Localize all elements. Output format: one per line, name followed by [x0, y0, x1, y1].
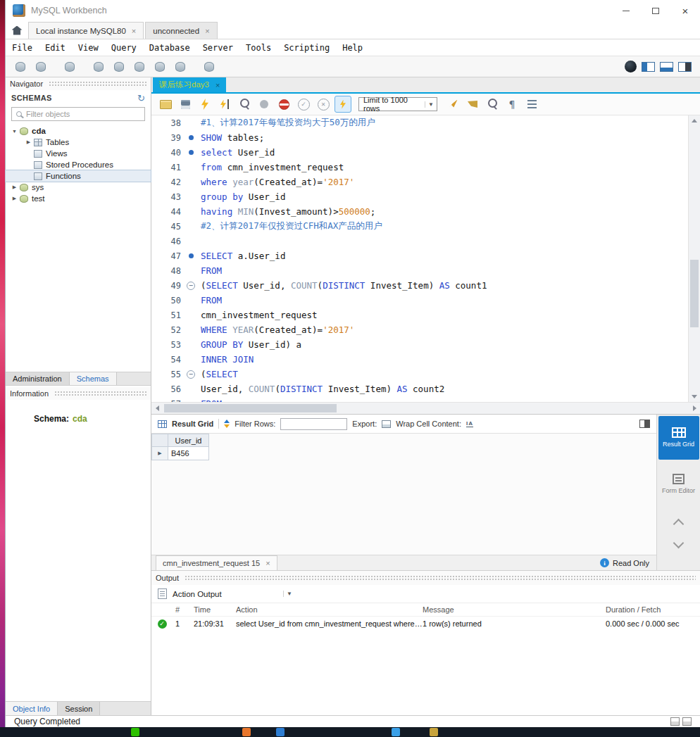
code-line[interactable]: 49−(SELECT User_id, COUNT(DISTINCT Inves… — [151, 278, 688, 293]
open-script-icon[interactable] — [157, 96, 174, 113]
execute-current-icon[interactable] — [216, 96, 233, 113]
connection-tab-unconnected[interactable]: unconnected× — [145, 22, 217, 39]
expand-arrow-icon[interactable]: ▶ — [24, 139, 33, 145]
chevron-up-icon[interactable] — [673, 519, 685, 530]
code-line[interactable]: 55−(SELECT — [151, 367, 688, 382]
result-table-row[interactable]: ▶B456 — [151, 447, 656, 460]
fold-icon[interactable]: − — [187, 282, 195, 290]
minimize-button[interactable] — [611, 0, 641, 21]
menu-item-tools[interactable]: Tools — [239, 43, 277, 53]
side-form-editor-button[interactable]: Form Editor — [658, 462, 699, 506]
tree-item-stored-procedures[interactable]: Stored Procedures — [6, 159, 151, 170]
log-view-icon[interactable] — [682, 717, 692, 726]
filter-objects-input[interactable]: Filter objects — [11, 107, 145, 121]
tree-item-test[interactable]: ▶test — [6, 193, 151, 204]
code-line[interactable]: 44having MIN(Invest_amount)>500000; — [151, 204, 688, 219]
taskbar-blue-app-icon[interactable] — [276, 728, 285, 736]
autocommit-icon[interactable] — [335, 96, 351, 113]
refresh-schemas-icon[interactable] — [137, 94, 145, 103]
tree-item-functions[interactable]: Functions — [6, 170, 151, 182]
tab-schemas[interactable]: Schemas — [70, 372, 117, 385]
scroll-left-button[interactable] — [151, 405, 163, 411]
clean-icon[interactable] — [464, 96, 481, 113]
code-line[interactable]: 56User_id, COUNT(DISTINCT Invest_Item) A… — [151, 382, 688, 396]
code-line[interactable]: 52WHERE YEAR(Created_at)='2017' — [151, 322, 688, 337]
close-icon[interactable]: × — [132, 27, 136, 35]
row-marker[interactable]: ▶ — [151, 447, 168, 460]
taskbar-green-app-icon[interactable] — [131, 728, 139, 736]
scroll-right-button[interactable] — [689, 405, 700, 411]
toggle-stop-on-error-icon[interactable] — [275, 96, 292, 113]
create-view-button[interactable] — [130, 58, 149, 75]
editor-vertical-scrollbar[interactable] — [688, 115, 700, 402]
tab-administration[interactable]: Administration — [6, 372, 70, 385]
save-script-icon[interactable] — [177, 96, 194, 113]
open-sql-script-button[interactable] — [32, 58, 50, 75]
maximize-button[interactable] — [641, 0, 670, 21]
code-line[interactable]: 51cmn_investment_request — [151, 308, 688, 322]
find-icon[interactable] — [484, 96, 501, 113]
output-view-icon[interactable] — [670, 717, 680, 726]
code-line[interactable]: 39SHOW tables; — [151, 130, 688, 145]
collapse-arrow-icon[interactable]: ▼ — [10, 129, 19, 134]
code-line[interactable]: 48FROM — [151, 263, 688, 278]
create-procedure-button[interactable] — [151, 58, 169, 75]
tab-object-info[interactable]: Object Info — [6, 702, 58, 715]
donation-icon[interactable] — [625, 61, 637, 73]
code-line[interactable]: 40select User_id — [151, 145, 688, 160]
connection-tab-local-instance-mysql80[interactable]: Local instance MySQL80× — [28, 22, 144, 39]
home-button[interactable] — [6, 22, 28, 39]
close-icon[interactable]: × — [265, 559, 270, 567]
inspector-button[interactable] — [61, 58, 79, 75]
editor-horizontal-scrollbar[interactable] — [151, 402, 700, 414]
commit-icon[interactable] — [295, 96, 312, 113]
vertical-scrollbar-thumb[interactable] — [690, 260, 699, 327]
toggle-left-panel-icon[interactable] — [642, 62, 655, 72]
expand-arrow-icon[interactable]: ▶ — [10, 196, 19, 201]
result-table-corner-cell[interactable] — [151, 434, 168, 447]
horizontal-scrollbar-thumb[interactable] — [164, 404, 337, 412]
menu-item-edit[interactable]: Edit — [39, 43, 72, 53]
menu-item-file[interactable]: File — [6, 43, 39, 53]
result-tab[interactable]: cmn_investment_request 15 × — [156, 555, 277, 570]
scroll-up-button[interactable] — [689, 115, 700, 126]
rollback-icon[interactable] — [315, 96, 332, 113]
code-line[interactable]: 46 — [151, 234, 688, 248]
output-row[interactable]: ✓121:09:31select User_id from cmn_invest… — [151, 617, 700, 631]
code-line[interactable]: 50FROM — [151, 293, 688, 308]
taskbar-orange-app-icon[interactable] — [242, 728, 251, 736]
wrap-content-icon[interactable]: IA — [466, 420, 473, 427]
expand-arrow-icon[interactable]: ▶ — [10, 184, 19, 190]
invisibles-icon[interactable] — [504, 96, 520, 113]
close-icon[interactable]: × — [215, 81, 220, 89]
menu-item-database[interactable]: Database — [143, 43, 196, 53]
code-line[interactable]: 57FROM — [151, 396, 688, 402]
horizontal-scrollbar-track[interactable] — [163, 403, 689, 414]
code-line[interactable]: 47SELECT a.User_id — [151, 248, 688, 263]
menu-item-server[interactable]: Server — [196, 43, 239, 53]
taskbar-blue-app-2-icon[interactable] — [392, 728, 400, 736]
output-mode-dropdown[interactable]: Action Output ▼ — [173, 590, 292, 598]
tab-session[interactable]: Session — [58, 702, 100, 715]
close-button[interactable]: × — [670, 0, 700, 21]
code-line[interactable]: 41from cmn_investment_request — [151, 160, 688, 175]
panel-toggle-icon[interactable] — [639, 420, 650, 428]
chevron-down-icon[interactable] — [673, 538, 685, 549]
result-column-header[interactable]: User_id — [168, 434, 209, 447]
execute-icon[interactable] — [196, 96, 213, 113]
menu-item-view[interactable]: View — [72, 43, 105, 53]
fold-icon[interactable]: − — [187, 370, 195, 379]
side-result-grid-button[interactable]: Result Grid — [658, 416, 699, 460]
create-function-button[interactable] — [171, 58, 189, 75]
code-line[interactable]: 54INNER JOIN — [151, 352, 688, 367]
menu-item-scripting[interactable]: Scripting — [277, 43, 336, 53]
taskbar-folder-app-icon[interactable] — [430, 728, 438, 736]
create-schema-button[interactable] — [89, 58, 108, 75]
export-icon[interactable] — [382, 420, 391, 428]
tree-item-views[interactable]: Views — [6, 148, 151, 159]
beautify-icon[interactable] — [444, 96, 461, 113]
scroll-down-button[interactable] — [689, 391, 700, 402]
create-table-button[interactable] — [110, 58, 128, 75]
tree-item-sys[interactable]: ▶sys — [6, 182, 151, 193]
editor-tab[interactable]: 课后练习day3 × — [153, 77, 226, 92]
